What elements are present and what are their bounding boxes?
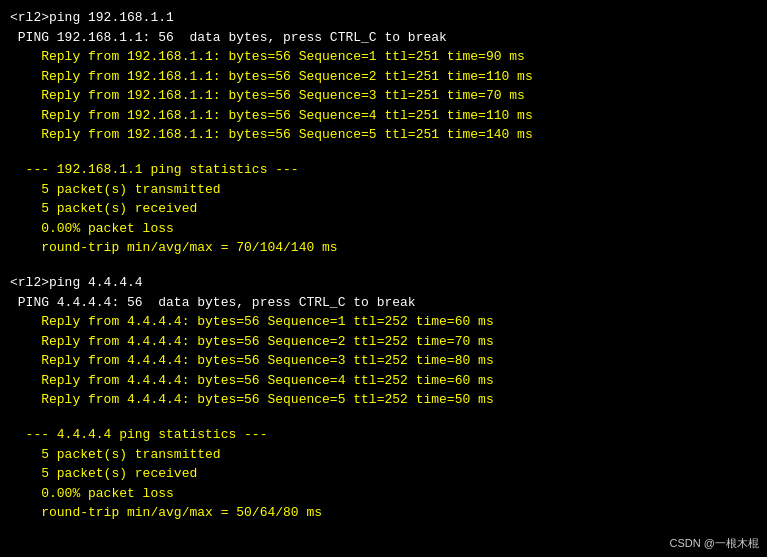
terminal-line: Reply from 192.168.1.1: bytes=56 Sequenc…	[10, 86, 757, 106]
terminal-line: PING 192.168.1.1: 56 data bytes, press C…	[10, 28, 757, 48]
terminal-line: round-trip min/avg/max = 70/104/140 ms	[10, 238, 757, 258]
terminal-line: Reply from 4.4.4.4: bytes=56 Sequence=3 …	[10, 351, 757, 371]
terminal-line: Reply from 192.168.1.1: bytes=56 Sequenc…	[10, 47, 757, 67]
terminal-line: round-trip min/avg/max = 50/64/80 ms	[10, 503, 757, 523]
terminal-line	[10, 145, 757, 161]
terminal-line: Reply from 4.4.4.4: bytes=56 Sequence=4 …	[10, 371, 757, 391]
terminal-line: 5 packet(s) received	[10, 199, 757, 219]
terminal-line: Reply from 4.4.4.4: bytes=56 Sequence=5 …	[10, 390, 757, 410]
terminal-line: 5 packet(s) transmitted	[10, 445, 757, 465]
terminal-line: <rl2>ping 192.168.1.1	[10, 8, 757, 28]
terminal-line: Reply from 192.168.1.1: bytes=56 Sequenc…	[10, 67, 757, 87]
terminal-line: <rl2>ping 4.4.4.4	[10, 273, 757, 293]
terminal-line: PING 4.4.4.4: 56 data bytes, press CTRL_…	[10, 293, 757, 313]
terminal-line: Reply from 4.4.4.4: bytes=56 Sequence=2 …	[10, 332, 757, 352]
terminal-line	[10, 410, 757, 426]
terminal-line	[10, 258, 757, 274]
terminal-line: --- 192.168.1.1 ping statistics ---	[10, 160, 757, 180]
terminal-window: <rl2>ping 192.168.1.1 PING 192.168.1.1: …	[0, 0, 767, 557]
terminal-line: Reply from 4.4.4.4: bytes=56 Sequence=1 …	[10, 312, 757, 332]
terminal-line: Reply from 192.168.1.1: bytes=56 Sequenc…	[10, 106, 757, 126]
terminal-line: 5 packet(s) transmitted	[10, 180, 757, 200]
terminal-line: --- 4.4.4.4 ping statistics ---	[10, 425, 757, 445]
terminal-line: 0.00% packet loss	[10, 484, 757, 504]
terminal-line: 0.00% packet loss	[10, 219, 757, 239]
terminal-line: Reply from 192.168.1.1: bytes=56 Sequenc…	[10, 125, 757, 145]
watermark: CSDN @一根木棍	[670, 535, 759, 552]
terminal-line: 5 packet(s) received	[10, 464, 757, 484]
